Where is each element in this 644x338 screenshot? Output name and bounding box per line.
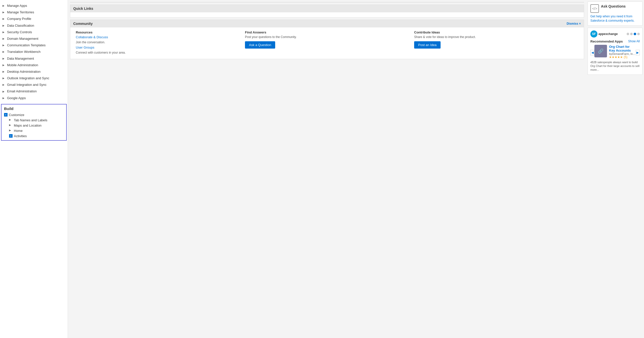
rec-header: Recommended Apps Show All — [590, 40, 640, 43]
contribute-desc: Share & vote for ideas to improve the pr… — [414, 35, 578, 39]
sidebar-link[interactable]: Security Controls — [7, 30, 32, 34]
user-groups-link[interactable]: User Groups — [76, 46, 94, 49]
ae-app-name[interactable]: Org Chart for Key Accounts — [609, 45, 636, 52]
quick-links-grid — [70, 12, 584, 17]
sidebar-item-data-classification[interactable]: ▶Data Classification — [0, 22, 68, 29]
ae-next-button[interactable]: ▶ — [636, 50, 640, 55]
arrow-icon: ▶ — [3, 44, 6, 47]
community-find-answers: Find Answers Post your questions to the … — [242, 30, 412, 56]
open-icon — [9, 134, 13, 138]
right-panel: </> Ask Questions Get help when you need… — [586, 0, 644, 338]
ae-app-desc: •B2B salespeople always want to build Or… — [590, 60, 640, 72]
sidebar-link[interactable]: Google Apps — [7, 96, 26, 100]
sidebar-link[interactable]: Data Classification — [7, 23, 34, 28]
sidebar-item-google-apps[interactable]: ▶Google Apps — [0, 95, 68, 101]
user-groups-desc: Connect with customers in your area. — [76, 51, 240, 54]
arrow-icon: ▶ — [3, 96, 6, 100]
sidebar-link[interactable]: Data Management — [7, 56, 34, 61]
sidebar-link[interactable]: Company Profile — [7, 17, 31, 21]
sidebar-link[interactable]: Mobile Administration — [7, 63, 38, 67]
arrow-icon: ▶ — [3, 11, 6, 14]
arrow-icon: ▶ — [3, 17, 6, 21]
ae-dot-1 — [627, 33, 629, 35]
ask-card-header: </> Ask Questions — [590, 4, 640, 13]
stars-count: (5) — [624, 55, 628, 59]
arrow-icon: ▶ — [3, 90, 6, 93]
quick-links-header: Quick Links — [70, 5, 584, 12]
sidebar-link[interactable]: Manage Apps — [7, 4, 27, 8]
ae-logo-icon: SF — [590, 30, 597, 37]
arrow-icon: ▶ — [3, 24, 6, 27]
arrow-icon: ▶ — [3, 70, 6, 73]
sidebar-item-gmail-integration[interactable]: ▶Gmail Integration and Sync — [0, 82, 68, 88]
table-area — [70, 2, 584, 3]
community-grid: Resources Collaborate & Discuss Join the… — [70, 27, 584, 59]
sidebar-item-desktop-administration[interactable]: ▶Desktop Administration — [0, 68, 68, 75]
sidebar-item-security-controls[interactable]: ▶Security Controls — [0, 29, 68, 35]
show-all-link[interactable]: Show All — [628, 40, 640, 43]
ae-nav: ◀ 🔗 Org Chart for Key Accounts byDemandF… — [590, 45, 640, 60]
sidebar-item-communication-templates[interactable]: ▶Communication Templates — [0, 42, 68, 49]
tri-icon: ▶ — [9, 124, 13, 127]
sidebar-item-email-administration[interactable]: ▶Email Administration — [0, 88, 68, 95]
tri-icon: ▶ — [9, 118, 13, 122]
sidebar: ▶Manage Apps▶Manage Territories▶Company … — [0, 0, 68, 338]
sidebar-link[interactable]: Communication Templates — [7, 43, 46, 48]
post-idea-button[interactable]: Post an Idea — [414, 41, 441, 49]
build-item-maps-location[interactable]: ▶Maps and Location — [8, 123, 65, 128]
dismiss-button[interactable]: Dismiss × — [567, 22, 581, 25]
customize-sub-items: ▶Tab Names and Labels▶Maps and Location▶… — [3, 118, 65, 139]
sidebar-item-translation-workbench[interactable]: ▶Translation Workbench — [0, 49, 68, 55]
item-label: Activities — [14, 134, 27, 138]
build-item-home[interactable]: ▶Home — [8, 128, 65, 133]
sidebar-item-company-profile[interactable]: ▶Company Profile — [0, 16, 68, 22]
ae-dots — [627, 33, 640, 35]
find-answers-title: Find Answers — [245, 30, 409, 34]
community-contribute-ideas: Contribute Ideas Share & vote for ideas … — [412, 30, 581, 56]
arrow-icon: ▶ — [3, 30, 6, 34]
ae-card-content: 🔗 Org Chart for Key Accounts byDemandFar… — [594, 45, 636, 59]
ae-prev-button[interactable]: ◀ — [590, 50, 594, 55]
sidebar-item-domain-management[interactable]: ▶Domain Management — [0, 35, 68, 42]
collaborate-desc: Join the conversation. — [76, 41, 240, 44]
sidebar-item-customize[interactable]: Customize — [3, 112, 65, 118]
community-resources: Resources Collaborate & Discuss Join the… — [73, 30, 242, 56]
arrow-icon: ▶ — [3, 37, 6, 41]
ae-header: SF appexchange — [590, 30, 640, 37]
sidebar-item-data-management[interactable]: ▶Data Management — [0, 55, 68, 62]
sidebar-link[interactable]: Manage Territories — [7, 10, 34, 15]
ae-logo-text: appexchange — [598, 32, 618, 36]
stars-display: ★★★★★ — [609, 55, 623, 59]
sidebar-link[interactable]: Outlook Integration and Sync — [7, 76, 49, 81]
rec-title: Recommended Apps — [590, 40, 623, 43]
sidebar-link[interactable]: Desktop Administration — [7, 69, 41, 74]
sidebar-link[interactable]: Gmail Integration and Sync — [7, 83, 47, 87]
sidebar-item-manage-apps[interactable]: ▶Manage Apps — [0, 3, 68, 9]
item-label: Tab Names and Labels — [14, 118, 47, 122]
sidebar-link[interactable]: Domain Management — [7, 36, 38, 41]
tri-icon: ▶ — [9, 129, 13, 132]
speech-icon: </> — [590, 4, 599, 13]
customize-label: Customize — [9, 113, 24, 117]
quick-links-title: Quick Links — [73, 7, 93, 11]
sidebar-link[interactable]: Email Administration — [7, 89, 37, 94]
build-section: Build Customize ▶Tab Names and Labels▶Ma… — [1, 104, 67, 141]
build-title: Build — [3, 106, 65, 112]
quick-links-section: Quick Links — [70, 5, 584, 18]
ask-question-button[interactable]: Ask a Question — [245, 41, 275, 49]
build-item-tab-names[interactable]: ▶Tab Names and Labels — [8, 118, 65, 123]
ae-dot-3 — [634, 33, 636, 35]
build-item-activities[interactable]: Activities — [8, 133, 65, 139]
sidebar-link[interactable]: Translation Workbench — [7, 50, 41, 54]
arrow-icon: ▶ — [3, 83, 6, 87]
arrow-icon: ▶ — [3, 77, 6, 80]
ask-card-text: Get help when you need it from Salesforc… — [590, 14, 640, 23]
ask-card-title: Ask Questions — [601, 4, 626, 8]
ae-dot-4 — [637, 33, 640, 35]
ae-app-stars: ★★★★★ (5) — [609, 55, 636, 59]
sidebar-item-manage-territories[interactable]: ▶Manage Territories — [0, 9, 68, 16]
arrow-icon: ▶ — [3, 50, 6, 54]
collaborate-link[interactable]: Collaborate & Discuss — [76, 35, 108, 39]
sidebar-item-mobile-administration[interactable]: ▶Mobile Administration — [0, 62, 68, 68]
sidebar-item-outlook-integration[interactable]: ▶Outlook Integration and Sync — [0, 75, 68, 82]
